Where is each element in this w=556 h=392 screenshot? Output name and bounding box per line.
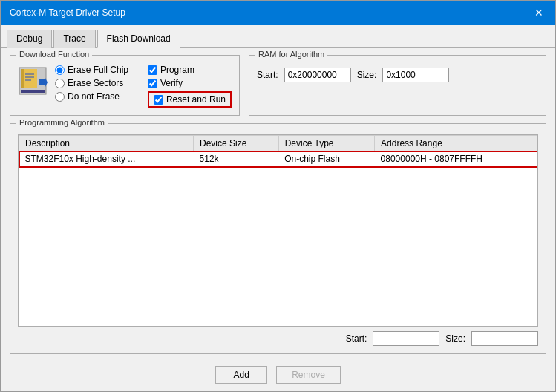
ram-algorithm-title: RAM for Algorithm <box>255 50 327 59</box>
cell-description: STM32F10x High-density ... <box>19 151 194 167</box>
col-description: Description <box>19 136 194 151</box>
table-row[interactable]: STM32F10x High-density ... 512k On-chip … <box>19 151 537 167</box>
bottom-row: Start: Size: <box>18 331 538 346</box>
programming-algorithm-group: Programming Algorithm Description Device… <box>10 123 546 354</box>
ram-size-input[interactable] <box>382 68 449 82</box>
top-panels: Download Function <box>10 55 546 116</box>
download-func-inner: Erase Full Chip Erase Sectors Do not Era… <box>18 65 232 108</box>
ram-start-input[interactable] <box>284 68 351 82</box>
check-verify[interactable]: Verify <box>148 78 232 88</box>
content-area: Download Function <box>1 48 555 362</box>
reset-run-box: Reset and Run <box>148 91 232 108</box>
radio-do-not-erase[interactable]: Do not Erase <box>55 91 140 102</box>
check-reset-run[interactable] <box>154 95 163 105</box>
tabs-bar: Debug Trace Flash Download <box>1 24 555 48</box>
svg-rect-5 <box>25 79 31 81</box>
programming-algorithm-title: Programming Algorithm <box>16 118 108 127</box>
svg-rect-2 <box>21 69 24 88</box>
algorithm-table: Description Device Size Device Type Addr… <box>19 135 537 167</box>
svg-rect-3 <box>25 74 34 75</box>
close-button[interactable]: ✕ <box>529 2 549 23</box>
col-address-range: Address Range <box>375 136 537 151</box>
col-device-size: Device Size <box>194 136 279 151</box>
title-bar: Cortex-M Target Driver Setup ✕ <box>1 1 555 24</box>
ram-size-label: Size: <box>357 70 377 80</box>
cell-address-range: 08000000H - 0807FFFFH <box>375 151 537 167</box>
start-label: Start: <box>346 333 367 344</box>
start-input[interactable] <box>373 331 439 346</box>
radio-erase-full-chip[interactable]: Erase Full Chip <box>55 65 140 75</box>
cell-device-type: On-chip Flash <box>278 151 374 167</box>
download-function-title: Download Function <box>16 50 92 59</box>
tab-flash-download[interactable]: Flash Download <box>97 30 180 48</box>
ram-start-label: Start: <box>257 70 278 80</box>
buttons-row: Add Remove <box>1 362 555 391</box>
load-icon <box>18 66 48 96</box>
algorithm-table-wrapper: Description Device Size Device Type Addr… <box>18 134 538 327</box>
svg-rect-4 <box>25 76 34 78</box>
tab-debug[interactable]: Debug <box>7 30 52 48</box>
main-window: Cortex-M Target Driver Setup ✕ Debug Tra… <box>0 0 556 392</box>
radio-group: Erase Full Chip Erase Sectors Do not Era… <box>55 65 140 102</box>
remove-button[interactable]: Remove <box>276 366 341 384</box>
size-label: Size: <box>445 333 465 344</box>
check-program[interactable]: Program <box>148 65 232 75</box>
download-function-group: Download Function <box>10 55 240 116</box>
ram-inner: Start: Size: <box>257 68 538 82</box>
radio-erase-sectors[interactable]: Erase Sectors <box>55 78 140 88</box>
cell-device-size: 512k <box>194 151 279 167</box>
svg-rect-7 <box>21 90 45 93</box>
prog-algo-inner: Description Device Size Device Type Addr… <box>18 134 538 346</box>
add-button[interactable]: Add <box>215 366 267 384</box>
checkbox-col: Program Verify Reset and Run <box>148 65 232 108</box>
size-input[interactable] <box>471 331 538 346</box>
ram-algorithm-group: RAM for Algorithm Start: Size: <box>249 55 546 116</box>
col-device-type: Device Type <box>278 136 374 151</box>
window-title: Cortex-M Target Driver Setup <box>10 7 125 18</box>
tab-trace[interactable]: Trace <box>53 30 95 48</box>
